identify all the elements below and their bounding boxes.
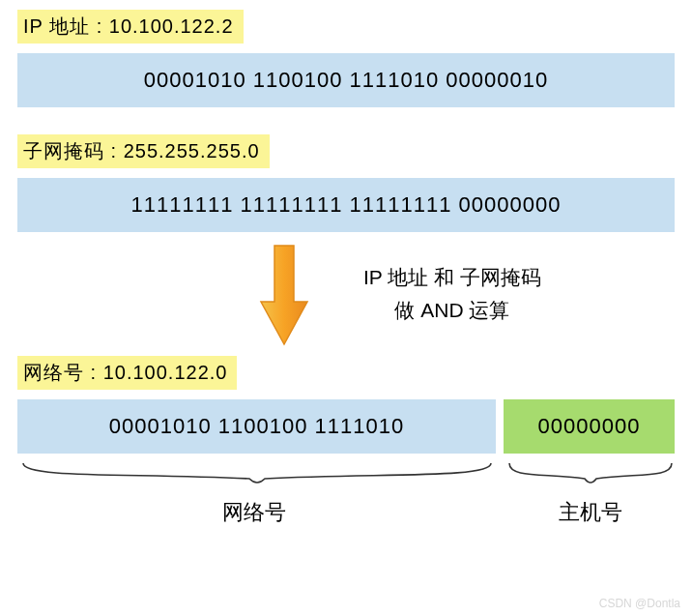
result-gap — [496, 399, 504, 454]
net-brace-icon — [17, 457, 496, 496]
network-part-label: 网络号 — [222, 498, 286, 527]
network-id-label: 网络号 : 10.100.122.0 — [17, 356, 237, 390]
mask-binary-box: 11111111 11111111 11111111 00000000 — [17, 178, 675, 232]
watermark: CSDN @Dontla — [599, 597, 680, 610]
host-brace-icon — [504, 457, 678, 496]
and-operation-row: IP 地址 和 子网掩码 做 AND 运算 — [17, 244, 675, 350]
host-binary-box: 00000000 — [504, 399, 675, 454]
network-binary-box: 00001010 1100100 1111010 — [17, 399, 496, 454]
operation-text: IP 地址 和 子网掩码 做 AND 运算 — [327, 261, 578, 326]
ip-section: IP 地址 : 10.100.122.2 00001010 1100100 11… — [17, 10, 675, 107]
mask-section: 子网掩码 : 255.255.255.0 11111111 11111111 1… — [17, 134, 675, 232]
subnet-mask-label: 子网掩码 : 255.255.255.0 — [17, 134, 270, 168]
ip-address-label: IP 地址 : 10.100.122.2 — [17, 10, 244, 44]
down-arrow-icon — [257, 244, 311, 348]
brace-row — [17, 457, 675, 498]
result-section: 网络号 : 10.100.122.0 00001010 1100100 1111… — [17, 356, 675, 531]
ip-binary-box: 00001010 1100100 1111010 00000010 — [17, 53, 675, 107]
operation-line2: 做 AND 运算 — [327, 294, 578, 327]
operation-line1: IP 地址 和 子网掩码 — [327, 261, 578, 294]
result-binary-row: 00001010 1100100 1111010 00000000 — [17, 399, 675, 454]
bottom-labels: 网络号 主机号 — [17, 498, 675, 531]
host-part-label: 主机号 — [559, 498, 622, 527]
